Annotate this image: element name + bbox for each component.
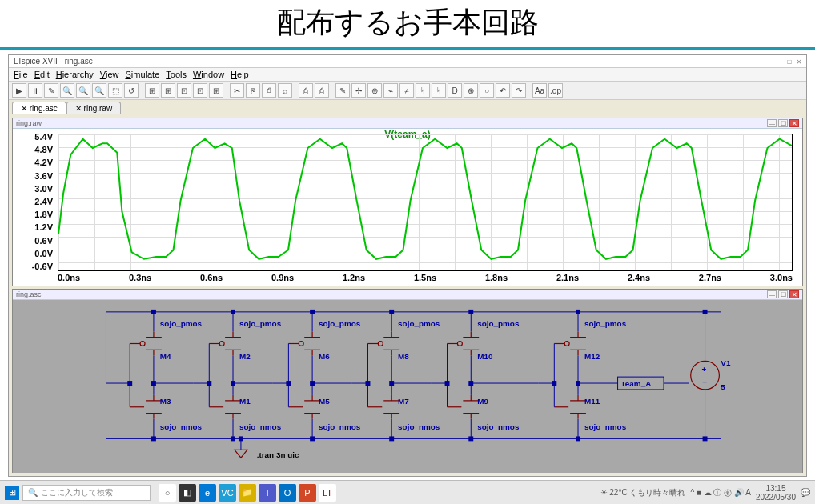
toolbar-button[interactable]: ⊡	[193, 83, 207, 98]
toolbar-button[interactable]: ⌁	[383, 83, 398, 98]
start-button[interactable]: ⊞	[5, 486, 19, 500]
toolbar-button[interactable]: ⊞	[161, 83, 175, 98]
svg-point-2	[140, 342, 145, 346]
slide-title: 配布するお手本回路	[0, 0, 815, 50]
menu-view[interactable]: View	[100, 70, 119, 79]
system-tray[interactable]: ☀ 22°C くもり時々晴れ ^ ■ ☁ ⓘ ㊔ 🔊 A 13:15 2022/…	[600, 484, 811, 502]
svg-text:sojo_pmos: sojo_pmos	[319, 319, 361, 328]
toolbar-button[interactable]: ✢	[351, 83, 366, 98]
toolbar-button[interactable]: D	[448, 83, 462, 98]
toolbar-button[interactable]: ✎	[44, 83, 58, 98]
svg-text:M7: M7	[398, 397, 409, 406]
svg-rect-39	[445, 381, 450, 386]
tray-icons[interactable]: ^ ■ ☁ ⓘ ㊔ 🔊 A	[690, 487, 751, 498]
svg-rect-19	[310, 436, 315, 441]
pane-window-controls[interactable]: —☐✕	[767, 290, 799, 298]
svg-text:V1: V1	[721, 358, 731, 367]
svg-rect-10	[231, 436, 235, 441]
toolbar-button[interactable]: ⌕	[278, 83, 292, 98]
taskbar-app[interactable]: e	[199, 484, 216, 502]
taskbar-app[interactable]: VC	[219, 484, 236, 502]
taskbar-app[interactable]: 📁	[239, 484, 256, 502]
toolbar-button[interactable]: ⊡	[177, 83, 191, 98]
toolbar-button[interactable]: ⎘	[246, 83, 260, 98]
svg-rect-1	[151, 436, 156, 441]
schematic-canvas[interactable]: sojo_pmosM4M3sojo_nmossojo_pmosM2M1sojo_…	[13, 300, 802, 473]
toolbar-button[interactable]: ᛋ	[416, 83, 430, 98]
menu-simulate[interactable]: Simulate	[125, 70, 159, 79]
svg-rect-0	[151, 310, 156, 314]
toolbar-button[interactable]: Aa	[532, 83, 547, 98]
svg-rect-37	[468, 436, 473, 441]
toolbar-button[interactable]: .op	[548, 83, 563, 98]
svg-point-11	[219, 342, 224, 346]
svg-point-38	[457, 342, 462, 346]
svg-text:M2: M2	[239, 352, 251, 361]
svg-rect-60	[703, 436, 708, 441]
toolbar-button[interactable]: ⬚	[108, 83, 122, 98]
toolbar-button[interactable]: ↶	[496, 83, 510, 98]
toolbar-button[interactable]: ≠	[399, 83, 414, 98]
toolbar-button[interactable]: ⊕	[367, 83, 382, 98]
toolbar-button[interactable]: ⊞	[209, 83, 223, 98]
menu-edit[interactable]: Edit	[34, 70, 50, 79]
menu-file[interactable]: File	[14, 70, 28, 79]
taskbar-app[interactable]: O	[279, 484, 296, 502]
menu-tools[interactable]: Tools	[166, 70, 187, 79]
svg-text:M3: M3	[160, 397, 171, 406]
tab[interactable]: ✕ ring.asc	[12, 102, 66, 114]
menu-hierarchy[interactable]: Hierarchy	[56, 70, 94, 79]
waveform-plot[interactable]	[58, 134, 793, 271]
window-controls[interactable]: — ☐ ✕	[777, 57, 801, 66]
toolbar-button[interactable]: ↷	[512, 83, 526, 98]
toolbar-button[interactable]: ▶	[12, 83, 26, 98]
toolbar-button[interactable]: 🔍	[76, 83, 90, 98]
svg-text:sojo_nmos: sojo_nmos	[319, 422, 361, 431]
weather-widget[interactable]: ☀ 22°C くもり時々晴れ	[600, 487, 686, 498]
menubar: FileEditHierarchyViewSimulateToolsWindow…	[9, 68, 806, 82]
svg-point-20	[299, 342, 303, 346]
svg-rect-30	[365, 381, 370, 386]
svg-text:M11: M11	[584, 397, 600, 406]
schematic-pane: ring.asc —☐✕ sojo_pmosM4M3sojo_nmossojo_…	[12, 289, 803, 473]
menu-help[interactable]: Help	[231, 70, 249, 79]
svg-rect-22	[310, 381, 315, 386]
toolbar-button[interactable]: 🔍	[92, 83, 106, 98]
taskbar-app[interactable]: P	[299, 484, 316, 502]
y-axis-labels: 5.4V4.8V4.2V3.6V3.0V2.4V1.8V1.2V0.6V0.0V…	[13, 132, 56, 271]
toolbar-button[interactable]: ⏸	[28, 83, 42, 98]
pane-label: ring.raw	[16, 119, 42, 127]
clock-time[interactable]: 13:15	[765, 484, 785, 493]
toolbar-button[interactable]: 🔍	[60, 83, 74, 98]
svg-text:sojo_nmos: sojo_nmos	[584, 422, 627, 431]
svg-text:sojo_nmos: sojo_nmos	[477, 422, 520, 431]
svg-text:M1: M1	[239, 397, 251, 406]
toolbar-button[interactable]: ⊞	[145, 83, 159, 98]
clock-date[interactable]: 2022/05/30	[756, 493, 796, 502]
svg-text:sojo_pmos: sojo_pmos	[477, 319, 520, 328]
toolbar-button[interactable]: ⊕	[464, 83, 478, 98]
tab[interactable]: ✕ ring.raw	[66, 102, 121, 114]
svg-point-47	[564, 342, 569, 346]
toolbar-button[interactable]: ○	[480, 83, 494, 98]
svg-text:M12: M12	[584, 352, 600, 361]
svg-text:M6: M6	[319, 352, 330, 361]
waveform-pane: ring.raw —☐✕ V(team_a) 5.4V4.8V4.2V3.6V3…	[12, 118, 803, 286]
toolbar-button[interactable]: ⎙	[299, 83, 313, 98]
toolbar-button[interactable]: ✂	[230, 83, 244, 98]
toolbar-button[interactable]: ᛋ	[432, 83, 446, 98]
svg-rect-18	[310, 310, 315, 314]
ltspice-window: LTspice XVII - ring.asc — ☐ ✕ FileEditHi…	[8, 54, 807, 477]
taskbar-app[interactable]: ○	[159, 484, 176, 502]
toolbar-button[interactable]: ⎙	[315, 83, 329, 98]
toolbar-button[interactable]: ✎	[335, 83, 350, 98]
taskbar-app[interactable]: ◧	[179, 484, 196, 502]
toolbar-button[interactable]: ↺	[124, 83, 139, 98]
toolbar-button[interactable]: ⎙	[262, 83, 276, 98]
taskbar-app[interactable]: T	[259, 484, 276, 502]
search-box[interactable]: 🔍 ここに入力して検索	[22, 485, 151, 501]
menu-window[interactable]: Window	[193, 70, 224, 79]
pane-window-controls[interactable]: —☐✕	[767, 119, 799, 127]
taskbar-app[interactable]: LT	[319, 484, 336, 502]
notification-icon[interactable]: 💬	[801, 488, 810, 497]
